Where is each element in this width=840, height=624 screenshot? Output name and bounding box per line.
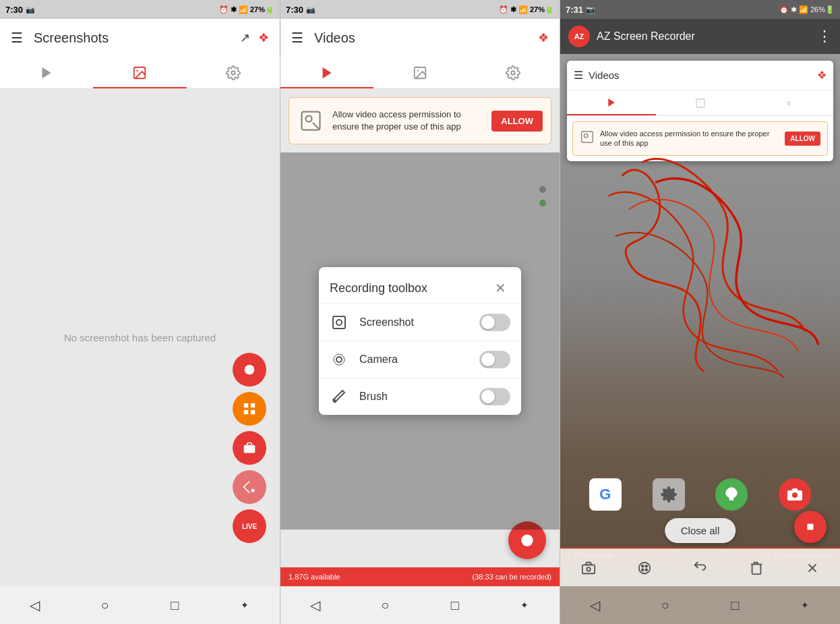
tab-settings-2[interactable] <box>467 57 560 88</box>
panel-az-recorder: 7:31 📷 ⏰ ✱ 📶 26%🔋 AZ AZ Screen Recorder … <box>560 0 840 624</box>
allow-button-2[interactable]: ALLOW <box>491 111 543 132</box>
menu-icon-1[interactable]: ☰ <box>11 30 23 46</box>
mini-app-title: Videos <box>589 69 812 81</box>
nav-recent-1[interactable]: □ <box>161 592 188 619</box>
close-all-button[interactable]: Close all <box>665 518 736 543</box>
az-content: ☰ Videos ❖ Allow video access pe <box>560 54 840 624</box>
screenshot-toggle[interactable] <box>479 314 510 331</box>
bottom-nav-2: ◁ ○ □ ✦ <box>280 586 560 624</box>
mini-app-header: ☰ Videos ❖ <box>567 61 833 90</box>
tab-image-2[interactable] <box>373 57 467 88</box>
svg-rect-33 <box>582 565 594 573</box>
svg-marker-0 <box>42 67 51 78</box>
dialog-overlay-2[interactable]: Recording toolbox ✕ Screenshot Ca <box>280 152 560 530</box>
toolbar-undo-icon[interactable] <box>687 555 714 582</box>
toolbar-palette-icon[interactable] <box>631 555 658 582</box>
tab-bar-1 <box>0 57 280 89</box>
panel-screenshots: 7:30 📷 ⏰ ✱ 📶 27%🔋 ☰ Screenshots ↗ ❖ No s… <box>0 0 280 624</box>
status-icons-1: ⏰ ✱ 📶 27%🔋 <box>219 5 274 14</box>
svg-rect-9 <box>244 445 256 453</box>
app-header-2: ☰ Videos ❖ <box>280 19 560 57</box>
svg-point-26 <box>698 101 699 102</box>
svg-rect-25 <box>696 99 704 107</box>
nav-back-3[interactable]: ◁ <box>582 592 609 619</box>
fab-record-1[interactable] <box>233 353 266 387</box>
panel-videos: 7:30 📷 ⏰ ✱ 📶 27%🔋 ☰ Videos ❖ Allow video… <box>280 0 560 624</box>
svg-point-19 <box>336 320 342 325</box>
empty-message-1: No screenshot has been captured <box>64 332 216 343</box>
az-more-button[interactable]: ⋮ <box>817 28 832 45</box>
tab-settings-1[interactable] <box>187 57 280 88</box>
brush-label: Brush <box>359 391 469 403</box>
battery-2: ⏰ ✱ 📶 27%🔋 <box>499 5 554 14</box>
status-bar-1: 7:30 📷 ⏰ ✱ 📶 27%🔋 <box>0 0 280 19</box>
dialog-item-brush: Brush <box>319 378 521 415</box>
plants-icon[interactable] <box>715 478 748 511</box>
brush-toggle[interactable] <box>479 388 510 405</box>
mini-tab-settings[interactable] <box>744 90 833 115</box>
nav-home-2[interactable]: ○ <box>371 592 398 619</box>
app-header-1: ☰ Screenshots ↗ ❖ <box>0 19 280 57</box>
app-title-1: Screenshots <box>34 30 229 46</box>
svg-point-16 <box>306 116 312 122</box>
tab-play-2[interactable] <box>280 57 373 88</box>
svg-marker-11 <box>323 67 332 78</box>
time-2: 7:30 <box>286 5 303 15</box>
time-3: 7:31 <box>566 5 583 15</box>
toolbar-close-icon[interactable] <box>799 555 826 582</box>
camera-label: Camera <box>359 353 469 366</box>
svg-point-4 <box>245 365 255 375</box>
tab-play-1[interactable] <box>0 57 93 88</box>
toolbar-delete-icon[interactable] <box>743 555 770 582</box>
sketch-icon-2[interactable]: ❖ <box>538 30 549 45</box>
mini-sketch-icon[interactable]: ❖ <box>817 69 827 82</box>
status-bar-3: 7:31 📷 ⏰ ✱ 📶 26%🔋 <box>560 0 840 19</box>
fab-brush-1[interactable] <box>233 470 266 504</box>
permission-icon-2 <box>297 107 324 134</box>
battery-1: ⏰ ✱ 📶 27%🔋 <box>219 5 274 14</box>
cam-icon-1: 📷 <box>26 5 35 14</box>
nav-back-2[interactable]: ◁ <box>302 592 329 619</box>
svg-point-29 <box>584 134 588 138</box>
status-icons-2: ⏰ ✱ 📶 27%🔋 <box>499 5 554 14</box>
sketch-icon-1[interactable]: ❖ <box>258 30 269 45</box>
svg-point-34 <box>587 567 591 571</box>
status-icons-3: ⏰ ✱ 📶 26%🔋 <box>779 5 835 14</box>
fab-apps-1[interactable] <box>233 392 266 426</box>
nav-extra-1[interactable]: ✦ <box>231 592 258 619</box>
nav-extra-2[interactable]: ✦ <box>511 592 538 619</box>
svg-rect-6 <box>251 403 255 407</box>
camera-icon <box>330 351 349 368</box>
mini-tab-play[interactable] <box>567 90 656 115</box>
bottom-nav-1: ◁ ○ □ ✦ <box>0 586 280 624</box>
app-switcher-row: G <box>560 478 840 511</box>
fab-toolbox-1[interactable] <box>233 431 266 465</box>
az-header: AZ AZ Screen Recorder ⋮ <box>560 19 840 54</box>
tab-image-1[interactable] <box>93 57 186 88</box>
nav-recent-3[interactable]: □ <box>721 592 748 619</box>
nav-back-1[interactable]: ◁ <box>22 592 49 619</box>
permission-banner-2: Allow video access permission to ensure … <box>289 97 551 144</box>
camera-app-icon[interactable] <box>779 478 811 511</box>
svg-point-23 <box>521 534 533 546</box>
record-button-3[interactable] <box>794 511 827 543</box>
menu-icon-2[interactable]: ☰ <box>291 30 303 46</box>
mini-tab-image[interactable] <box>656 90 745 115</box>
camera-toggle[interactable] <box>479 351 510 368</box>
dialog-close-button[interactable]: ✕ <box>490 278 510 298</box>
nav-recent-2[interactable]: □ <box>442 592 469 619</box>
share-icon-1[interactable]: ↗ <box>240 30 250 45</box>
mini-menu-icon[interactable]: ☰ <box>574 69 583 82</box>
toolbar-camera-icon[interactable] <box>575 555 602 582</box>
fab-live-1[interactable]: LIVE <box>233 509 266 543</box>
mini-tabs <box>567 90 833 116</box>
nav-home-3[interactable]: ○ <box>652 592 679 619</box>
svg-rect-7 <box>244 410 248 414</box>
nav-extra-3[interactable]: ✦ <box>791 592 818 619</box>
time-1: 7:30 <box>5 5 23 15</box>
tab-bar-2 <box>280 57 560 89</box>
nav-home-1[interactable]: ○ <box>92 592 119 619</box>
svg-point-32 <box>792 492 798 498</box>
google-icon[interactable]: G <box>589 478 622 511</box>
settings-app-icon[interactable] <box>653 478 685 511</box>
